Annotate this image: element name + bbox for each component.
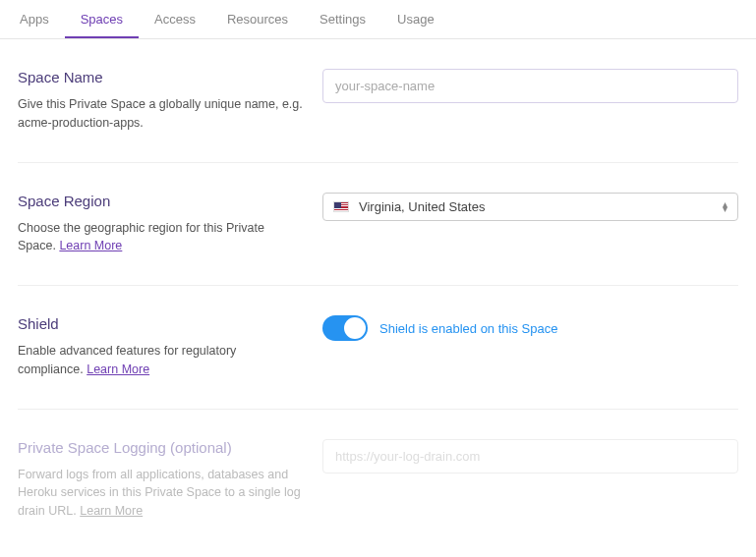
shield-learn-more-link[interactable]: Learn More [87, 362, 149, 376]
shield-status-text: Shield is enabled on this Space [379, 321, 557, 336]
section-logging: Private Space Logging (optional) Forward… [18, 410, 738, 550]
tab-spaces[interactable]: Spaces [65, 0, 139, 38]
shield-desc: Enable advanced features for regulatory … [18, 342, 303, 379]
tab-access[interactable]: Access [139, 0, 211, 38]
section-shield: Shield Enable advanced features for regu… [18, 286, 738, 410]
logging-title: Private Space Logging (optional) [18, 439, 303, 456]
tab-apps[interactable]: Apps [16, 0, 65, 38]
logging-learn-more-link[interactable]: Learn More [80, 504, 143, 518]
region-title: Space Region [18, 193, 303, 209]
region-select[interactable]: Virginia, United States ▴▾ [322, 193, 738, 221]
tab-usage[interactable]: Usage [381, 0, 450, 38]
space-name-input[interactable] [322, 69, 738, 103]
region-selected-value: Virginia, United States [359, 199, 485, 214]
section-space-name: Space Name Give this Private Space a glo… [18, 39, 738, 163]
space-name-title: Space Name [18, 69, 303, 85]
us-flag-icon [333, 201, 349, 212]
logging-desc-text: Forward logs from all applications, data… [18, 468, 301, 519]
region-learn-more-link[interactable]: Learn More [59, 239, 122, 252]
tab-settings[interactable]: Settings [304, 0, 381, 38]
shield-title: Shield [18, 315, 303, 332]
select-arrows-icon: ▴▾ [723, 201, 727, 211]
logging-desc: Forward logs from all applications, data… [18, 466, 303, 521]
shield-toggle[interactable] [322, 315, 368, 341]
space-name-desc: Give this Private Space a globally uniqu… [18, 95, 303, 133]
tab-resources[interactable]: Resources [211, 0, 304, 38]
region-desc: Choose the geographic region for this Pr… [18, 219, 303, 256]
logging-url-input[interactable] [322, 439, 738, 473]
region-desc-text: Choose the geographic region for this Pr… [18, 221, 264, 253]
toggle-knob [344, 317, 366, 339]
main-tabs: Apps Spaces Access Resources Settings Us… [0, 0, 756, 39]
section-region: Space Region Choose the geographic regio… [18, 163, 738, 287]
